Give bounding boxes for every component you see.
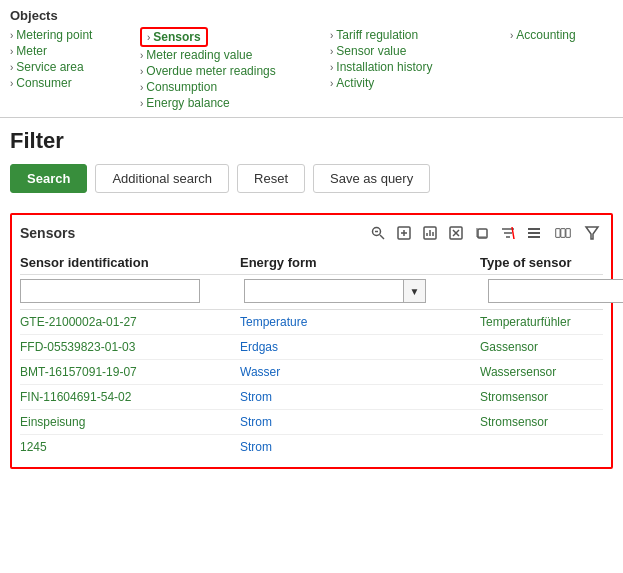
sensor-type-cell: Gassensor bbox=[480, 340, 603, 354]
sensor-id-cell[interactable]: Einspeisung bbox=[20, 415, 240, 429]
objects-item-installation-history[interactable]: › Installation history bbox=[330, 59, 510, 75]
energy-form-cell: Erdgas bbox=[240, 340, 480, 354]
filter-buttons: Search Additional search Reset Save as q… bbox=[10, 164, 613, 193]
svg-marker-24 bbox=[586, 227, 598, 239]
filter-title: Filter bbox=[10, 128, 613, 154]
svg-rect-21 bbox=[556, 229, 560, 238]
edit-icon[interactable] bbox=[419, 223, 441, 243]
table-column-headers: Sensor identification Energy form Type o… bbox=[20, 251, 603, 275]
chevron-icon: › bbox=[10, 62, 13, 73]
table-row: Einspeisung Strom Stromsensor bbox=[20, 410, 603, 435]
objects-item-label: Consumption bbox=[146, 80, 217, 94]
sensor-id-cell[interactable]: FFD-05539823-01-03 bbox=[20, 340, 240, 354]
objects-item-label: Consumer bbox=[16, 76, 71, 90]
table-row: 1245 Strom bbox=[20, 435, 603, 459]
sensors-table-section: Sensors bbox=[10, 213, 613, 469]
search-button[interactable]: Search bbox=[10, 164, 87, 193]
chevron-icon: › bbox=[330, 78, 333, 89]
sensor-id-filter-input[interactable] bbox=[20, 279, 200, 303]
save-as-query-button[interactable]: Save as query bbox=[313, 164, 430, 193]
energy-form-cell: Wasser bbox=[240, 365, 480, 379]
objects-item-meter-reading-value[interactable]: › Meter reading value bbox=[140, 47, 330, 63]
table-row: BMT-16157091-19-07 Wasser Wassersensor bbox=[20, 360, 603, 385]
sensor-id-cell[interactable]: BMT-16157091-19-07 bbox=[20, 365, 240, 379]
objects-item-tariff-regulation[interactable]: › Tariff regulation bbox=[330, 27, 510, 43]
sensor-type-cell: Stromsensor bbox=[480, 390, 603, 404]
col-header-sensor-id: Sensor identification bbox=[20, 255, 240, 270]
additional-search-button[interactable]: Additional search bbox=[95, 164, 229, 193]
chevron-icon: › bbox=[510, 30, 513, 41]
svg-rect-19 bbox=[528, 232, 540, 234]
column-chooser-icon[interactable] bbox=[549, 223, 577, 243]
sensor-id-input-container bbox=[20, 279, 240, 303]
objects-section: Objects › Metering point › Meter › Servi… bbox=[0, 0, 623, 118]
sensor-id-cell[interactable]: 1245 bbox=[20, 440, 240, 454]
objects-item-label: Energy balance bbox=[146, 96, 229, 110]
delete-icon[interactable] bbox=[445, 223, 467, 243]
list-view-icon[interactable] bbox=[523, 223, 545, 243]
search-icon[interactable] bbox=[367, 223, 389, 243]
chevron-icon: › bbox=[147, 32, 150, 43]
objects-item-label: Meter bbox=[16, 44, 47, 58]
table-filter-inputs: ▼ bbox=[20, 275, 603, 310]
sensor-id-cell[interactable]: FIN-11604691-54-02 bbox=[20, 390, 240, 404]
sensor-type-cell: Stromsensor bbox=[480, 415, 603, 429]
objects-item-activity[interactable]: › Activity bbox=[330, 75, 510, 91]
energy-form-dropdown-arrow[interactable]: ▼ bbox=[404, 279, 426, 303]
sensor-id-cell[interactable]: GTE-2100002a-01-27 bbox=[20, 315, 240, 329]
add-icon[interactable] bbox=[393, 223, 415, 243]
objects-item-service-area[interactable]: › Service area bbox=[10, 59, 140, 75]
sensor-type-cell bbox=[480, 440, 603, 454]
table-row: FFD-05539823-01-03 Erdgas Gassensor bbox=[20, 335, 603, 360]
energy-form-cell: Temperature bbox=[240, 315, 480, 329]
table-toolbar-icons bbox=[367, 223, 603, 243]
objects-item-label: Sensor value bbox=[336, 44, 406, 58]
objects-item-consumption[interactable]: › Consumption bbox=[140, 79, 330, 95]
objects-item-sensors[interactable]: › Sensors bbox=[140, 27, 208, 47]
objects-item-overdue-meter[interactable]: › Overdue meter readings bbox=[140, 63, 330, 79]
svg-rect-22 bbox=[561, 229, 565, 238]
filter-remove-icon[interactable] bbox=[497, 223, 519, 243]
objects-item-label: Accounting bbox=[516, 28, 575, 42]
objects-item-accounting[interactable]: › Accounting bbox=[510, 27, 623, 43]
objects-col-1: › Metering point › Meter › Service area … bbox=[10, 27, 140, 111]
type-of-sensor-filter-input[interactable] bbox=[488, 279, 623, 303]
objects-item-energy-balance[interactable]: › Energy balance bbox=[140, 95, 330, 111]
objects-item-label: Metering point bbox=[16, 28, 92, 42]
objects-item-meter[interactable]: › Meter bbox=[10, 43, 140, 59]
chevron-icon: › bbox=[10, 78, 13, 89]
objects-col-4: › Accounting bbox=[510, 27, 623, 111]
objects-item-metering-point[interactable]: › Metering point bbox=[10, 27, 140, 43]
type-of-sensor-input-container bbox=[488, 279, 623, 303]
objects-item-sensor-value[interactable]: › Sensor value bbox=[330, 43, 510, 59]
svg-rect-18 bbox=[528, 228, 540, 230]
chevron-icon: › bbox=[140, 66, 143, 77]
objects-item-consumer[interactable]: › Consumer bbox=[10, 75, 140, 91]
energy-form-cell: Strom bbox=[240, 390, 480, 404]
chevron-icon: › bbox=[330, 46, 333, 57]
svg-line-1 bbox=[380, 235, 384, 239]
table-header-row: Sensors bbox=[20, 223, 603, 243]
table-row: GTE-2100002a-01-27 Temperature Temperatu… bbox=[20, 310, 603, 335]
energy-form-filter-input[interactable] bbox=[244, 279, 404, 303]
col-header-type-of-sensor: Type of sensor bbox=[480, 255, 603, 270]
objects-item-label: Service area bbox=[16, 60, 83, 74]
energy-form-cell: Strom bbox=[240, 415, 480, 429]
objects-grid: › Metering point › Meter › Service area … bbox=[10, 27, 613, 111]
objects-item-label: Sensors bbox=[153, 30, 200, 44]
copy-icon[interactable] bbox=[471, 223, 493, 243]
svg-rect-23 bbox=[566, 229, 570, 238]
objects-item-label: Meter reading value bbox=[146, 48, 252, 62]
table-data-rows: GTE-2100002a-01-27 Temperature Temperatu… bbox=[20, 310, 603, 459]
objects-title: Objects bbox=[10, 8, 613, 23]
col-header-energy-form: Energy form bbox=[240, 255, 480, 270]
objects-col-3: › Tariff regulation › Sensor value › Ins… bbox=[330, 27, 510, 111]
table-title: Sensors bbox=[20, 225, 75, 241]
energy-form-cell: Strom bbox=[240, 440, 480, 454]
chevron-icon: › bbox=[10, 46, 13, 57]
funnel-icon[interactable] bbox=[581, 223, 603, 243]
objects-item-label: Tariff regulation bbox=[336, 28, 418, 42]
filter-section: Filter Search Additional search Reset Sa… bbox=[0, 118, 623, 203]
sensor-type-cell: Temperaturfühler bbox=[480, 315, 603, 329]
reset-button[interactable]: Reset bbox=[237, 164, 305, 193]
